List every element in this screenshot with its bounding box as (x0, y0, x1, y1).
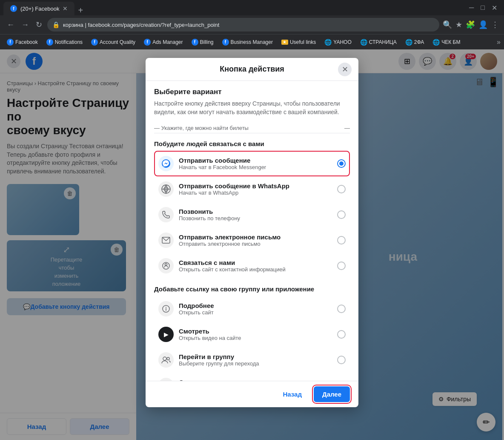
active-tab[interactable]: f (20+) Facebook ✕ (3, 2, 74, 15)
modal-footer: Назад Далее (146, 381, 358, 407)
bookmark-ads-manager[interactable]: f Ads Manager (140, 37, 186, 47)
yahoo-icon: 🌐 (324, 39, 332, 46)
learn-more-radio[interactable] (337, 305, 346, 313)
bookmark-stranitsa[interactable]: 🌐 СТРАНИЦА (357, 37, 400, 47)
svg-point-8 (165, 264, 167, 266)
whatsapp-text: Отправить сообщение в WhatsApp Начать ча… (179, 182, 332, 196)
bookmark-notifications-label: Notifications (55, 39, 83, 45)
group2-label: Добавьте ссылку на свою группу или прило… (154, 285, 350, 293)
modal-close-button[interactable]: ✕ (338, 63, 352, 76)
account-quality-favicon: f (91, 39, 98, 46)
learn-more-subtitle: Открыть сайт (179, 309, 332, 316)
bookmark-notifications[interactable]: f Notifications (43, 37, 86, 47)
more-bookmarks-icon[interactable]: » (497, 38, 501, 46)
email-subtitle: Отправить электронное письмо (179, 241, 332, 247)
modal-section-title: Выберите вариант (154, 88, 350, 96)
option-whatsapp[interactable]: Отправить сообщение в WhatsApp Начать ча… (154, 176, 350, 202)
tab-title: (20+) Facebook (20, 6, 59, 12)
option-learn-more[interactable]: Подробнее Открыть сайт (154, 296, 350, 322)
contact-subtitle: Открыть сайт с контактной информацией (179, 266, 332, 273)
address-bar[interactable]: 🔒 корзина | facebook.com/pages/creation/… (47, 18, 439, 32)
bookmark-chek-bm[interactable]: 🌐 ЧЕК БМ (429, 37, 464, 47)
send-message-radio[interactable] (337, 159, 346, 168)
bookmark-billing-label: Billing (200, 39, 214, 45)
modal-next-button[interactable]: Далее (314, 386, 350, 402)
stranitsa-icon: 🌐 (360, 39, 367, 46)
modal-back-button[interactable]: Назад (276, 387, 308, 401)
group1-label: Побудите людей связаться с вами (154, 140, 350, 147)
bookmark-2fa[interactable]: 🌐 2ФА (402, 37, 428, 47)
hint-dash: — (154, 125, 160, 131)
email-option-icon (158, 233, 174, 248)
url-text: корзина | facebook.com/pages/creation/?r… (63, 22, 219, 28)
watch-title: Смотреть (179, 328, 332, 335)
email-radio[interactable] (337, 236, 346, 244)
call-text: Позвонить Позвонить по телефону (179, 208, 332, 221)
window-maximize-button[interactable]: □ (481, 4, 485, 12)
messenger-option-icon (158, 156, 174, 171)
hint-text: — Укажите, где можно найти билеты — (154, 123, 350, 133)
bookmark-ads-label: Ads Manager (152, 39, 183, 45)
facebook-favicon: f (7, 39, 14, 46)
bookmark-useful-links[interactable]: ★ Useful links (278, 37, 319, 47)
ads-favicon: f (144, 39, 151, 46)
search-icon[interactable]: 🔍 (443, 20, 452, 29)
bookmark-yahoo[interactable]: 🌐 YAHOO (321, 37, 355, 47)
profile-icon[interactable]: 👤 (478, 20, 488, 29)
group-title: Перейти в группу (179, 353, 332, 360)
bookmark-business-label: Business Manager (231, 39, 273, 45)
modal-title: Кнопка действия (220, 65, 284, 74)
bookmark-2fa-label: 2ФА (414, 39, 424, 45)
refresh-button[interactable]: ↻ (34, 18, 44, 31)
forward-nav-button[interactable]: → (20, 19, 31, 31)
option-group[interactable]: Перейти в группу Выберите группу для пер… (154, 347, 350, 373)
option-watch[interactable]: ▶ Смотреть Открыть видео на сайте (154, 322, 350, 347)
back-nav-button[interactable]: ← (5, 19, 16, 31)
business-favicon: f (222, 39, 229, 46)
group-subtitle: Выберите группу для перехода (179, 360, 332, 367)
extensions-icon[interactable]: 🧩 (466, 20, 475, 29)
email-title: Отправить электронное письмо (179, 233, 332, 241)
window-minimize-button[interactable]: ─ (469, 4, 474, 12)
contact-title: Связаться с нами (179, 259, 332, 266)
tab-bar: f (20+) Facebook ✕ + (3, 0, 86, 15)
watch-subtitle: Открыть видео на сайте (179, 335, 332, 341)
option-game[interactable]: Открыть игру Открыть сайт с игрой (154, 373, 350, 381)
whatsapp-radio[interactable] (337, 185, 346, 193)
svg-point-12 (163, 357, 166, 360)
send-message-title: Отправить сообщение (179, 157, 332, 164)
send-message-subtitle: Начать чат в Facebook Messenger (179, 164, 332, 170)
contact-radio[interactable] (337, 262, 346, 270)
option-call[interactable]: Позвонить Позвонить по телефону (154, 202, 350, 227)
notifications-favicon: f (46, 39, 53, 46)
modal-body[interactable]: Выберите вариант Настройте кнопку действ… (146, 81, 358, 381)
group-radio[interactable] (337, 356, 346, 364)
option-send-message[interactable]: Отправить сообщение Начать чат в Faceboo… (154, 151, 350, 176)
billing-favicon: f (192, 39, 198, 46)
more-icon[interactable]: ⋮ (491, 20, 499, 29)
option-email[interactable]: Отправить электронное письмо Отправить э… (154, 227, 350, 253)
svg-point-13 (167, 357, 169, 360)
action-button-modal: Кнопка действия ✕ Выберите вариант Настр… (146, 58, 358, 407)
window-close-button[interactable]: ✕ (492, 4, 497, 12)
browser-nav: ← → ↻ 🔒 корзина | facebook.com/pages/cre… (0, 15, 504, 34)
ssl-lock-icon: 🔒 (52, 21, 60, 28)
bookmark-billing[interactable]: f Billing (188, 37, 217, 47)
watch-radio[interactable] (337, 330, 346, 339)
modal-backdrop: Кнопка действия ✕ Выберите вариант Настр… (0, 49, 504, 440)
email-text: Отправить электронное письмо Отправить э… (179, 233, 332, 247)
tab-close-button[interactable]: ✕ (63, 5, 68, 12)
new-tab-button[interactable]: + (74, 6, 86, 15)
learn-more-title: Подробнее (179, 302, 332, 309)
bookmark-account-quality-label: Account Quality (100, 39, 135, 45)
bookmark-useful-links-label: Useful links (290, 39, 316, 45)
bookmark-account-quality[interactable]: f Account Quality (88, 37, 139, 47)
bookmark-business-manager[interactable]: f Business Manager (219, 37, 276, 47)
whatsapp-title: Отправить сообщение в WhatsApp (179, 182, 332, 190)
option-contact[interactable]: Связаться с нами Открыть сайт с контактн… (154, 253, 350, 279)
call-title: Позвонить (179, 208, 332, 215)
call-radio[interactable] (337, 210, 346, 219)
useful-links-icon: ★ (281, 40, 288, 45)
bookmark-star-icon[interactable]: ★ (455, 20, 462, 29)
bookmark-facebook[interactable]: f Facebook (3, 37, 41, 47)
